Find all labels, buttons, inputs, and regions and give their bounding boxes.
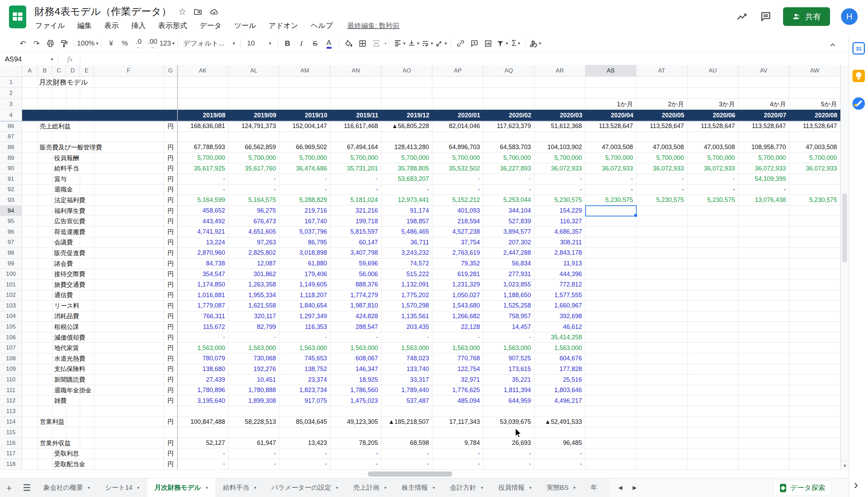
cell-AV117[interactable] <box>739 448 790 459</box>
cell-AR92[interactable]: - <box>534 185 586 195</box>
cell-AO95[interactable]: 198,857 <box>382 216 433 227</box>
cell-AU101[interactable] <box>687 280 739 290</box>
cell-AL98[interactable]: 2,825,802 <box>229 248 280 259</box>
cell-AP4[interactable]: 2020/01 <box>432 110 483 121</box>
menu-item-4[interactable]: 表示形式 <box>158 21 187 30</box>
left-pane-row-98[interactable]: 販売促進費円 <box>22 248 177 259</box>
cell-AO111[interactable]: 1,789,440 <box>382 385 433 396</box>
functions-icon[interactable]: Σ▾ <box>509 37 523 50</box>
keep-icon[interactable] <box>852 70 865 82</box>
cell-AP118[interactable]: - <box>432 459 483 470</box>
cell-AV102[interactable] <box>739 290 790 301</box>
row-header-2[interactable]: 2 <box>0 88 22 99</box>
cell-AT98[interactable] <box>636 248 687 259</box>
row-header-110[interactable]: 110 <box>0 374 22 385</box>
cell-AR93[interactable]: 5,230,575 <box>534 195 586 206</box>
row-header-117[interactable]: 117 <box>0 448 22 459</box>
left-pane-row-103[interactable]: リース料円 <box>22 301 177 311</box>
cell-AK114[interactable]: 100,847,488 <box>177 417 229 428</box>
cell-AS3[interactable]: 1か月 <box>586 99 637 110</box>
fill-color-icon[interactable] <box>342 37 356 50</box>
row-header-94[interactable]: 94 <box>0 206 22 216</box>
cell-AT112[interactable] <box>636 396 687 406</box>
cell-AW4[interactable]: 2020/08 <box>789 110 840 121</box>
cell-AK98[interactable]: 2,870,960 <box>177 248 229 259</box>
cell-AT93[interactable]: 5,230,575 <box>636 195 687 206</box>
cell-AW86[interactable]: 113,528,647 <box>789 121 840 132</box>
cell-AM90[interactable]: 36,474,686 <box>279 163 330 174</box>
cell-AN94[interactable]: 321,216 <box>330 206 382 216</box>
cell-AW105[interactable] <box>789 322 840 332</box>
cell-AW87[interactable] <box>789 132 840 143</box>
cell-AR117[interactable]: - <box>534 448 586 459</box>
cell-AO103[interactable]: 1,570,298 <box>382 301 433 311</box>
cell-AP86[interactable]: 82,014,046 <box>432 121 483 132</box>
menu-item-1[interactable]: 編集 <box>77 21 92 30</box>
column-header-A[interactable]: A <box>22 65 38 77</box>
cell-AK101[interactable]: 1,174,850 <box>177 280 229 290</box>
cell-AW116[interactable] <box>789 438 840 449</box>
cell-AW106[interactable] <box>789 332 840 343</box>
cell-AR4[interactable]: 2020/03 <box>534 110 586 121</box>
cell-AP94[interactable]: 401,093 <box>432 206 483 216</box>
cell-AN97[interactable]: 60,147 <box>330 237 382 248</box>
cell-AU108[interactable] <box>687 353 739 364</box>
cell-AK109[interactable]: 138,680 <box>177 364 229 375</box>
cell-AV95[interactable] <box>739 216 790 227</box>
cell-AV110[interactable] <box>739 374 790 385</box>
share-button[interactable]: 共有 <box>783 7 830 26</box>
format-currency-icon[interactable]: ¥ <box>104 37 118 50</box>
cell-AL112[interactable]: 1,899,308 <box>229 396 280 406</box>
cell-AM98[interactable]: 3,018,898 <box>279 248 330 259</box>
cell-AV103[interactable] <box>739 301 790 311</box>
sheets-logo-icon[interactable] <box>9 6 26 28</box>
cell-AS99[interactable] <box>586 259 637 269</box>
cell-AU1[interactable] <box>687 77 739 88</box>
cell-AN91[interactable]: - <box>330 174 382 185</box>
cell-AS105[interactable] <box>586 322 637 332</box>
cell-AS97[interactable] <box>586 237 637 248</box>
cell-AS93[interactable]: 5,230,575 <box>586 195 637 206</box>
cell-AM3[interactable] <box>279 99 330 110</box>
cell-AR97[interactable]: 308,211 <box>534 237 586 248</box>
cell-AK100[interactable]: 354,547 <box>177 269 229 280</box>
cell-AN92[interactable]: - <box>330 185 382 195</box>
cell-AT109[interactable] <box>636 364 687 375</box>
column-header-B[interactable]: B <box>38 65 52 77</box>
cell-AO100[interactable]: 515,222 <box>382 269 433 280</box>
left-pane-row-94[interactable]: 福利厚生費円 <box>22 206 177 216</box>
cell-AS111[interactable] <box>586 385 637 396</box>
cell-AQ91[interactable]: - <box>483 174 534 185</box>
cell-AP2[interactable] <box>432 88 483 99</box>
cell-AQ115[interactable] <box>483 427 534 438</box>
cell-AO4[interactable]: 2019/12 <box>382 110 433 121</box>
cell-AK110[interactable]: 27,439 <box>177 374 229 385</box>
cell-AL111[interactable]: 1,780,888 <box>229 385 280 396</box>
cell-AW89[interactable]: 5,700,000 <box>789 153 840 164</box>
row-header-93[interactable]: 93 <box>0 195 22 206</box>
column-header-AQ[interactable]: AQ <box>483 65 534 77</box>
cell-AT97[interactable] <box>636 237 687 248</box>
cell-AN96[interactable]: 5,815,597 <box>330 227 382 237</box>
cell-AV111[interactable] <box>739 385 790 396</box>
font-select[interactable]: デフォルト...▾ <box>181 37 238 50</box>
cell-AV109[interactable] <box>739 364 790 375</box>
row-header-97[interactable]: 97 <box>0 237 22 248</box>
row-header-92[interactable]: 92 <box>0 185 22 195</box>
cell-AQ105[interactable]: 14,457 <box>483 322 534 332</box>
cell-AQ111[interactable]: 1,811,394 <box>483 385 534 396</box>
cell-AQ94[interactable]: 344,104 <box>483 206 534 216</box>
cell-AM91[interactable]: - <box>279 174 330 185</box>
cell-AL92[interactable]: - <box>229 185 280 195</box>
cell-AL108[interactable]: 730,068 <box>229 353 280 364</box>
row-header-114[interactable]: 114 <box>0 417 22 428</box>
cell-AN95[interactable]: 199,718 <box>330 216 382 227</box>
cell-AM110[interactable]: 23,374 <box>279 374 330 385</box>
cell-AN98[interactable]: 3,407,798 <box>330 248 382 259</box>
cell-AW109[interactable] <box>789 364 840 375</box>
collapse-toolbar-icon[interactable] <box>826 38 840 52</box>
text-rotation-icon[interactable]: ▾ <box>434 37 448 50</box>
cell-AS113[interactable] <box>586 406 637 417</box>
cell-AW99[interactable] <box>789 259 840 269</box>
borders-icon[interactable] <box>356 37 369 50</box>
